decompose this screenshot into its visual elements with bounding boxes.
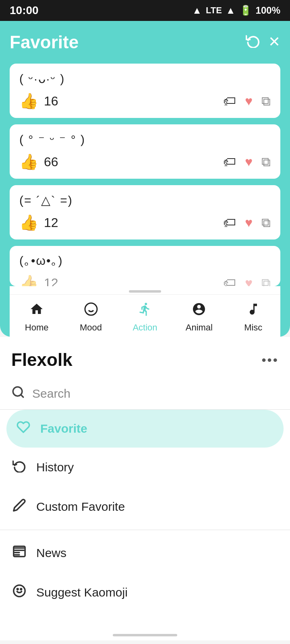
tag-icon-3[interactable]: 🏷 bbox=[223, 215, 236, 230]
wifi-icon: ▲ bbox=[192, 5, 202, 16]
thumb-icon-3[interactable]: 👍 bbox=[19, 214, 38, 231]
action-icons-1: 🏷 ♥ ⧉ bbox=[223, 94, 271, 109]
close-icon[interactable]: ✕ bbox=[268, 33, 280, 52]
menu-label-news: News bbox=[36, 546, 66, 560]
heart-icon-3[interactable]: ♥ bbox=[245, 215, 253, 230]
misc-icon bbox=[246, 302, 261, 320]
nav-home-label: Home bbox=[25, 322, 49, 333]
kaomoji-row-1: 👍 16 🏷 ♥ ⧉ bbox=[19, 92, 271, 110]
svg-point-7 bbox=[17, 588, 18, 590]
signal-icon: ▲ bbox=[226, 5, 236, 16]
tag-icon-4[interactable]: 🏷 bbox=[223, 276, 236, 287]
menu-section: Favorite History Custom Favorite bbox=[0, 410, 290, 612]
like-section-2: 👍 66 bbox=[19, 153, 58, 171]
menu-divider bbox=[0, 530, 290, 530]
like-section-3: 👍 12 bbox=[19, 214, 58, 231]
home-bar bbox=[0, 628, 290, 640]
heart-icon-4[interactable]: ♥ bbox=[245, 276, 253, 287]
history-icon[interactable] bbox=[246, 33, 260, 52]
mood-icon bbox=[84, 302, 98, 320]
kaomoji-text-2: ( ° ⁻ ᵕ ⁻ ° ) bbox=[19, 132, 271, 147]
heart-icon-1[interactable]: ♥ bbox=[245, 94, 253, 109]
battery-icon: 🔋 bbox=[240, 5, 252, 16]
more-options-button[interactable]: ••• bbox=[261, 353, 279, 367]
thumb-icon-1[interactable]: 👍 bbox=[19, 92, 38, 110]
nav-mood-label: Mood bbox=[80, 322, 102, 333]
kaomoji-card-3: (= ´△` =) 👍 12 🏷 ♥ ⧉ bbox=[10, 185, 280, 239]
like-section-1: 👍 16 bbox=[19, 92, 58, 110]
copy-icon-3[interactable]: ⧉ bbox=[261, 215, 271, 230]
search-bar[interactable]: Search bbox=[0, 378, 290, 410]
menu-item-suggest[interactable]: Suggest Kaomoji bbox=[0, 573, 290, 612]
search-placeholder: Search bbox=[32, 387, 70, 400]
nav-action-label: Action bbox=[133, 322, 157, 333]
history-menu-icon bbox=[11, 459, 27, 476]
action-icons-3: 🏷 ♥ ⧉ bbox=[223, 215, 271, 230]
nav-action[interactable]: Action bbox=[121, 302, 169, 333]
like-count-4: 12 bbox=[44, 276, 58, 287]
thumb-icon-4[interactable]: 👍 bbox=[19, 274, 38, 286]
main-section: Flexolk ••• Search Favorite bbox=[0, 337, 290, 640]
action-icon bbox=[138, 302, 152, 320]
svg-point-0 bbox=[85, 303, 97, 315]
kaomoji-row-4: 👍 12 🏷 ♥ ⧉ bbox=[19, 274, 271, 286]
nav-mood[interactable]: Mood bbox=[67, 302, 115, 333]
suggest-menu-icon bbox=[11, 584, 27, 601]
copy-icon-4[interactable]: ⧉ bbox=[261, 276, 271, 287]
tag-icon-2[interactable]: 🏷 bbox=[223, 155, 236, 169]
thumb-icon-2[interactable]: 👍 bbox=[19, 153, 38, 171]
svg-line-4 bbox=[21, 395, 23, 397]
kaomoji-card-1: ( ᵕ·ᴗ·ᵕ ) 👍 16 🏷 ♥ ⧉ bbox=[10, 64, 280, 118]
kaomoji-text-4: (｡•ω•｡) bbox=[19, 254, 271, 268]
custom-menu-icon bbox=[11, 498, 27, 515]
app-header: Flexolk ••• bbox=[0, 337, 290, 378]
menu-label-custom: Custom Favorite bbox=[36, 500, 125, 514]
header-icons: ✕ bbox=[246, 33, 280, 52]
nav-home[interactable]: Home bbox=[12, 302, 61, 333]
menu-item-history[interactable]: History bbox=[0, 448, 290, 487]
app-title: Flexolk bbox=[11, 350, 72, 370]
bottom-nav: Home Mood Action Animal Misc bbox=[10, 294, 280, 337]
favorite-title: Favorite bbox=[10, 32, 79, 52]
like-count-2: 66 bbox=[44, 155, 58, 169]
status-bar: 10:00 ▲ LTE ▲ 🔋 100% bbox=[0, 0, 290, 21]
svg-point-6 bbox=[14, 585, 25, 597]
nav-animal-label: Animal bbox=[186, 322, 213, 333]
heart-icon-2[interactable]: ♥ bbox=[245, 155, 253, 169]
home-indicator bbox=[113, 634, 177, 636]
kaomoji-text-3: (= ´△` =) bbox=[19, 193, 271, 207]
favorite-header: Favorite ✕ bbox=[10, 32, 280, 52]
time: 10:00 bbox=[10, 4, 39, 17]
search-icon bbox=[11, 385, 25, 402]
menu-label-favorite: Favorite bbox=[40, 422, 87, 436]
animal-icon bbox=[192, 302, 206, 320]
kaomoji-card-2: ( ° ⁻ ᵕ ⁻ ° ) 👍 66 🏷 ♥ ⧉ bbox=[10, 124, 280, 179]
favorite-menu-icon bbox=[15, 420, 31, 437]
kaomoji-card-4: (｡•ω•｡) 👍 12 🏷 ♥ ⧉ bbox=[10, 246, 280, 286]
nav-misc-label: Misc bbox=[244, 322, 262, 333]
battery-text: 100% bbox=[256, 5, 280, 16]
action-icons-2: 🏷 ♥ ⧉ bbox=[223, 155, 271, 169]
svg-point-8 bbox=[21, 588, 22, 590]
like-section-4: 👍 12 bbox=[19, 274, 58, 286]
tag-icon-1[interactable]: 🏷 bbox=[223, 94, 236, 109]
menu-item-news[interactable]: News bbox=[0, 533, 290, 573]
kaomoji-row-3: 👍 12 🏷 ♥ ⧉ bbox=[19, 214, 271, 231]
home-icon bbox=[29, 302, 44, 320]
menu-item-custom[interactable]: Custom Favorite bbox=[0, 487, 290, 526]
kaomoji-text-1: ( ᵕ·ᴗ·ᵕ ) bbox=[19, 72, 271, 86]
menu-label-suggest: Suggest Kaomoji bbox=[36, 586, 128, 599]
copy-icon-2[interactable]: ⧉ bbox=[261, 155, 271, 169]
copy-icon-1[interactable]: ⧉ bbox=[261, 94, 271, 109]
nav-misc[interactable]: Misc bbox=[229, 302, 278, 333]
lte-icon: LTE bbox=[206, 5, 222, 16]
nav-animal[interactable]: Animal bbox=[175, 302, 223, 333]
favorite-panel: Favorite ✕ ( ᵕ·ᴗ·ᵕ ) 👍 16 🏷 ♥ ⧉ bbox=[0, 21, 290, 337]
news-menu-icon bbox=[11, 545, 27, 561]
menu-item-favorite[interactable]: Favorite bbox=[6, 410, 284, 448]
like-count-3: 12 bbox=[44, 215, 58, 230]
scroll-indicator bbox=[10, 286, 280, 294]
menu-label-history: History bbox=[36, 460, 74, 474]
action-icons-4: 🏷 ♥ ⧉ bbox=[223, 276, 271, 287]
kaomoji-row-2: 👍 66 🏷 ♥ ⧉ bbox=[19, 153, 271, 171]
